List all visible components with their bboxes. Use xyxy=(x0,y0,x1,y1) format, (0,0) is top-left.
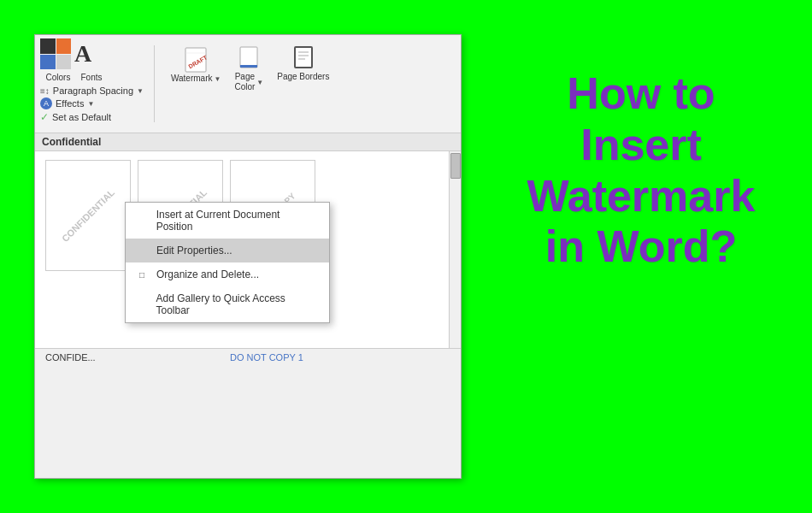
gallery-item-1[interactable]: CONFIDENTIAL xyxy=(45,160,131,271)
context-menu-edit-label: Edit Properties... xyxy=(156,245,232,256)
color-swatch[interactable] xyxy=(40,38,71,69)
ribbon-right-section: DRAFT Watermark ▼ PageColor ▼ xyxy=(165,38,335,97)
paragraph-spacing-button[interactable]: ≡↕ Paragraph Spacing ▼ xyxy=(40,86,144,96)
context-menu-organize-label: Organize and Delete... xyxy=(156,268,259,280)
watermark-dropdown-icon: ▼ xyxy=(214,75,221,83)
ribbon-left-section: A Colors Fonts ≡↕ Paragraph Spacing ▼ A … xyxy=(40,38,144,123)
page-color-dropdown-icon: ▼ xyxy=(256,79,263,86)
watermark-label: Watermark xyxy=(171,74,213,84)
gallery-header-text: Confidential xyxy=(42,136,101,148)
effects-dropdown-icon: ▼ xyxy=(87,100,94,108)
word-panel: A Colors Fonts ≡↕ Paragraph Spacing ▼ A … xyxy=(34,34,462,479)
ribbon-separator xyxy=(154,45,155,122)
paragraph-spacing-label: Paragraph Spacing xyxy=(53,86,133,96)
page-label-2 xyxy=(138,352,223,363)
page-borders-label: Page Borders xyxy=(277,72,329,82)
checkmark-icon: ✓ xyxy=(40,111,49,123)
gallery-page-labels: CONFIDE... DO NOT COPY 1 xyxy=(35,348,461,366)
page-label-text-1: CONFIDE... xyxy=(45,352,96,363)
page-label-1: CONFIDE... xyxy=(45,352,131,363)
ribbon-col-labels: Colors Fonts xyxy=(42,73,144,82)
context-menu-insert-label: Insert at Current Document Position xyxy=(156,209,315,233)
color-swatch-orange xyxy=(56,38,72,54)
ribbon-options: ≡↕ Paragraph Spacing ▼ A Effects ▼ ✓ Set… xyxy=(40,86,144,123)
effects-button[interactable]: A Effects ▼ xyxy=(40,97,144,109)
colors-fonts-row: A xyxy=(40,38,144,69)
context-menu-add-gallery-label: Add Gallery to Quick Access Toolbar xyxy=(156,292,315,316)
organize-icon: □ xyxy=(139,270,151,280)
effects-circle-icon: A xyxy=(40,97,52,109)
gallery-scrollbar[interactable] xyxy=(449,151,461,348)
set-as-default-button[interactable]: ✓ Set as Default xyxy=(40,111,144,123)
context-menu-item-organize[interactable]: □ Organize and Delete... xyxy=(126,262,329,286)
page-color-icon xyxy=(238,46,259,72)
font-a-icon: A xyxy=(74,42,91,66)
ribbon: A Colors Fonts ≡↕ Paragraph Spacing ▼ A … xyxy=(35,35,461,133)
context-menu-item-insert[interactable]: Insert at Current Document Position xyxy=(126,203,329,239)
svg-rect-4 xyxy=(240,65,257,68)
watermark-text-1: CONFIDENTIAL xyxy=(60,187,116,244)
context-menu-item-add-gallery[interactable]: Add Gallery to Quick Access Toolbar xyxy=(126,286,329,322)
page-borders-button[interactable]: Page Borders xyxy=(271,42,335,86)
colors-label[interactable]: Colors xyxy=(42,73,74,82)
context-menu-item-edit[interactable]: Edit Properties... xyxy=(126,239,329,262)
watermark-icon: DRAFT xyxy=(184,46,208,74)
title-line4: in Word? xyxy=(545,221,737,271)
title-text: How to Insert Watermark in Word? xyxy=(504,68,778,273)
effects-label: Effects xyxy=(56,98,84,109)
context-menu: Insert at Current Document Position Edit… xyxy=(125,202,330,323)
page-label-3: DO NOT COPY 1 xyxy=(230,352,315,363)
page-label-text-3: DO NOT COPY 1 xyxy=(230,352,303,363)
color-swatch-light xyxy=(56,55,72,70)
paragraph-spacing-icon: ≡↕ xyxy=(40,86,50,96)
title-area: How to Insert Watermark in Word? xyxy=(504,68,778,273)
scrollbar-thumb xyxy=(450,153,461,179)
color-swatch-blue xyxy=(40,55,56,70)
fonts-label[interactable]: Fonts xyxy=(76,73,107,82)
page-borders-icon xyxy=(293,46,314,72)
paragraph-spacing-dropdown-icon: ▼ xyxy=(137,87,144,95)
page-color-label: PageColor xyxy=(234,72,255,92)
color-swatch-dark xyxy=(40,38,56,54)
title-line3: Watermark xyxy=(527,171,756,221)
gallery-header: Confidential xyxy=(35,133,461,151)
title-line2: Insert xyxy=(580,120,702,169)
page-color-button[interactable]: PageColor ▼ xyxy=(228,42,269,97)
watermark-button[interactable]: DRAFT Watermark ▼ xyxy=(165,42,227,88)
svg-rect-3 xyxy=(240,47,257,68)
svg-rect-5 xyxy=(295,47,312,68)
set-as-default-label: Set as Default xyxy=(52,112,111,122)
title-line1: How to xyxy=(567,68,715,118)
